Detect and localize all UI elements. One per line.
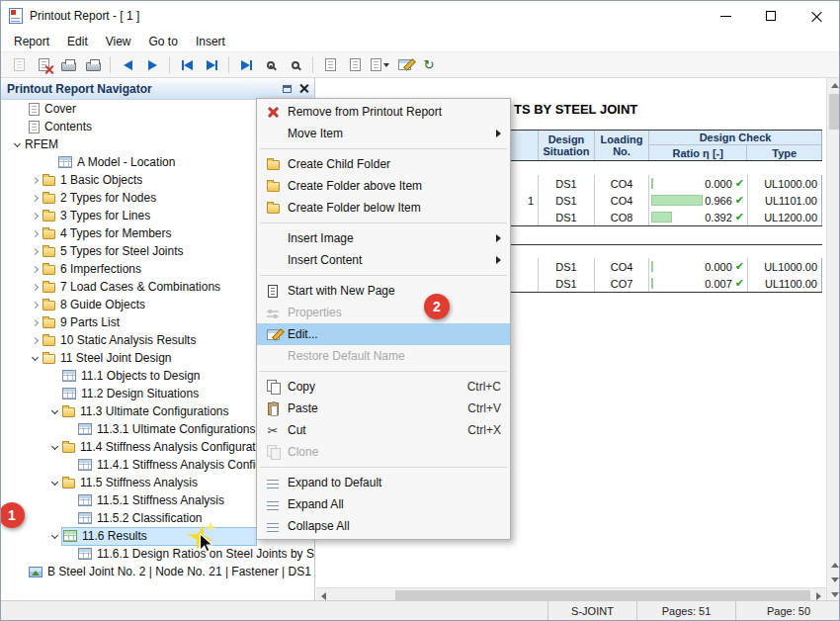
close-panel-icon[interactable]: [299, 84, 308, 93]
close-button[interactable]: [794, 1, 839, 31]
refresh-button[interactable]: ↻: [417, 54, 441, 76]
menu-item-label: Move Item: [288, 127, 343, 140]
menu-insert-image[interactable]: Insert Image: [257, 227, 510, 249]
page-view-button[interactable]: [368, 54, 391, 76]
header-design-situation: Design Situation: [539, 131, 595, 160]
menu-clone[interactable]: Clone: [257, 441, 510, 463]
expand-toggle[interactable]: [27, 285, 42, 290]
next-page-button[interactable]: [140, 54, 164, 76]
expand-all-icon: [267, 501, 279, 511]
menu-expand-all[interactable]: Expand All: [257, 493, 510, 515]
tree-item-design-ratios[interactable]: 11.6.1 Design Ratios on Steel Joints by …: [1, 545, 314, 563]
menu-create-child-folder[interactable]: Create Child Folder: [257, 153, 510, 175]
ratio-bar: [651, 261, 653, 272]
chevron-right-icon: [31, 247, 38, 254]
zoom-out-button[interactable]: [284, 54, 307, 76]
menu-start-with-new-page[interactable]: Start with New Page: [257, 280, 510, 302]
context-menu: Remove from Printout Report Move Item Cr…: [256, 98, 511, 540]
menu-item-label: Start with New Page: [288, 284, 395, 298]
expand-toggle[interactable]: [27, 320, 42, 325]
first-page-button[interactable]: [175, 54, 199, 76]
expand-toggle[interactable]: [46, 482, 62, 485]
expand-toggle[interactable]: [46, 535, 62, 538]
previous-page-scroll-button[interactable]: [827, 558, 840, 573]
expand-toggle[interactable]: [27, 303, 42, 308]
remove-from-report-button[interactable]: [32, 54, 55, 76]
last-page-button[interactable]: [200, 54, 223, 76]
chevron-right-icon: [31, 336, 38, 343]
horizontal-scroll-thumb[interactable]: [395, 590, 810, 600]
menu-restore-default-name[interactable]: Restore Default Name: [257, 345, 510, 367]
menu-insert[interactable]: Insert: [187, 33, 234, 50]
edit-content-button[interactable]: [392, 54, 416, 76]
page-icon: [29, 103, 40, 116]
float-panel-icon[interactable]: [283, 85, 292, 93]
scroll-up-button[interactable]: [827, 78, 840, 93]
expand-toggle[interactable]: [27, 214, 42, 219]
expand-toggle[interactable]: [27, 231, 42, 236]
vertical-scrollbar[interactable]: [826, 78, 840, 602]
red-x-icon: [44, 65, 53, 74]
zoom-page-button[interactable]: [318, 54, 342, 76]
go-to-page-button[interactable]: [234, 54, 258, 76]
menu-properties[interactable]: Properties: [257, 302, 510, 323]
navigator-title: Printout Report Navigator: [7, 82, 152, 96]
menu-edit[interactable]: Edit: [58, 33, 97, 50]
expand-toggle[interactable]: [27, 178, 42, 183]
menu-create-folder-above[interactable]: Create Folder above Item: [257, 175, 510, 197]
menu-goto[interactable]: Go to: [140, 33, 187, 50]
table-icon: [78, 423, 92, 435]
tree-item-label: 11.3.1 Ultimate Configurations - ...: [97, 422, 276, 436]
menu-move-item[interactable]: Move Item: [257, 123, 510, 144]
menu-expand-to-default[interactable]: Expand to Default: [257, 472, 510, 493]
statusbar-spacer: [1, 601, 547, 620]
cell-loading: CO4: [595, 192, 649, 209]
header-design-check-group: Design Check Ratio η [-] Type: [649, 131, 822, 160]
folder-icon: [62, 443, 75, 453]
menu-item-label: Expand to Default: [288, 476, 381, 489]
expand-toggle[interactable]: [27, 249, 42, 254]
menu-separator: [260, 222, 507, 223]
menu-collapse-all[interactable]: Collapse All: [257, 515, 510, 537]
new-page-button[interactable]: [7, 54, 31, 76]
menu-item-label: Copy: [288, 380, 315, 394]
table-row: DS1 CO4 0.000✔ UL1000.00: [464, 175, 822, 192]
green-table-icon: [63, 530, 77, 542]
next-page-scroll-button[interactable]: [827, 573, 840, 587]
menu-paste[interactable]: PasteCtrl+V: [257, 398, 510, 419]
print-batch-button[interactable]: [81, 54, 105, 76]
tree-item-label: Cover: [44, 102, 76, 116]
menu-edit[interactable]: Edit...: [257, 323, 510, 345]
expand-toggle[interactable]: [46, 410, 62, 413]
tree-item-label: 11.1 Objects to Design: [81, 369, 201, 383]
expand-toggle[interactable]: [9, 143, 25, 146]
minimize-button[interactable]: [703, 1, 748, 31]
cell-loading: CO4: [595, 175, 649, 192]
expand-toggle[interactable]: [27, 357, 42, 360]
selected-highlight: 11.6 Results: [62, 528, 256, 545]
zoom-width-button[interactable]: [343, 54, 367, 76]
menu-cut[interactable]: ✂CutCtrl+X: [257, 419, 510, 441]
menu-view[interactable]: View: [97, 33, 140, 50]
go-to-page-icon: [241, 60, 250, 70]
expand-default-icon: [267, 480, 279, 489]
expand-toggle[interactable]: [46, 446, 62, 449]
vertical-scroll-thumb[interactable]: [829, 94, 839, 130]
menu-create-folder-below[interactable]: Create Folder below Item: [257, 197, 510, 219]
expand-toggle[interactable]: [27, 196, 42, 201]
print-button[interactable]: [56, 54, 80, 76]
menu-remove-from-report[interactable]: Remove from Printout Report: [257, 101, 510, 123]
menu-insert-content[interactable]: Insert Content: [257, 249, 510, 271]
zoom-in-button[interactable]: [259, 54, 283, 76]
menu-copy[interactable]: CopyCtrl+C: [257, 376, 510, 398]
expand-toggle[interactable]: [27, 267, 42, 272]
chevron-down-icon: [50, 406, 57, 413]
page-up-icon: [831, 563, 839, 568]
previous-page-button[interactable]: [116, 54, 139, 76]
expand-toggle[interactable]: [27, 338, 42, 343]
maximize-button[interactable]: [748, 1, 794, 31]
tree-item-steel-joint-image[interactable]: B Steel Joint No. 2 | Node No. 21 | Fast…: [1, 563, 314, 580]
print-batch-icon: [86, 62, 101, 71]
tree-item-label: 11.5.2 Classification: [97, 511, 203, 525]
menu-report[interactable]: Report: [5, 33, 58, 50]
